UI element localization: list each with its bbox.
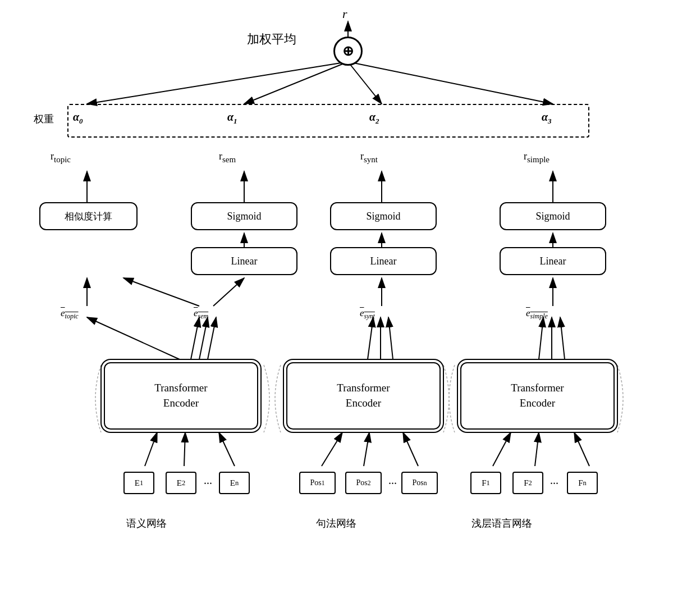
r-simple-label: rsimple <box>524 150 550 165</box>
network2-label: 句法网络 <box>316 517 356 530</box>
svg-line-30 <box>184 432 185 466</box>
network3-label: 浅层语言网络 <box>471 517 532 530</box>
transformer2-box: Transformer Encoder <box>286 362 441 430</box>
r-synt-label: rsynt <box>360 150 378 165</box>
weighted-sum-node: ⊕ <box>333 36 363 66</box>
svg-line-29 <box>145 432 157 466</box>
svg-line-23 <box>368 317 373 359</box>
dots1: ··· <box>204 477 212 490</box>
svg-line-4 <box>244 62 348 104</box>
alpha1-label: α1 <box>227 111 237 126</box>
svg-line-28 <box>560 317 565 359</box>
input-pos1: Pos1 <box>299 472 336 494</box>
weighted-avg-label: 加权平均 <box>247 31 296 48</box>
svg-line-3 <box>87 62 348 104</box>
input-en: En <box>219 472 250 494</box>
svg-line-21 <box>199 317 208 359</box>
input-e1: E1 <box>123 472 154 494</box>
svg-line-25 <box>388 317 393 359</box>
sigmoid2-box: Sigmoid <box>330 202 437 230</box>
input-fn: Fn <box>567 472 598 494</box>
e-sem-label: esem <box>194 308 208 321</box>
svg-line-22 <box>208 317 216 359</box>
svg-line-36 <box>535 432 539 466</box>
e-topic-label: etopic <box>61 308 79 321</box>
r-topic-label: rtopic <box>51 150 71 165</box>
e-simple-label: esimple <box>526 308 548 321</box>
input-posn: Posn <box>401 472 438 494</box>
dots2: ··· <box>388 477 397 490</box>
alpha3-label: α3 <box>542 111 552 126</box>
svg-line-37 <box>574 432 589 466</box>
svg-line-19 <box>87 317 180 359</box>
network1-label: 语义网络 <box>126 517 167 530</box>
transformer1-box: Transformer Encoder <box>104 362 258 430</box>
svg-line-20 <box>191 317 199 359</box>
similarity-box: 相似度计算 <box>39 202 138 230</box>
input-f2: F2 <box>512 472 543 494</box>
svg-line-14 <box>123 278 199 306</box>
r-sem-label: rsem <box>219 150 236 165</box>
svg-line-15 <box>213 278 244 306</box>
transformer3-box: Transformer Encoder <box>460 362 615 430</box>
alpha2-label: α2 <box>369 111 379 126</box>
svg-line-6 <box>348 62 553 104</box>
svg-line-33 <box>364 432 369 466</box>
linear1-box: Linear <box>191 247 297 275</box>
sigmoid3-box: Sigmoid <box>500 202 606 230</box>
input-pos2: Pos2 <box>345 472 382 494</box>
svg-line-32 <box>322 432 342 466</box>
input-e2: E2 <box>166 472 196 494</box>
weights-label: 权重 <box>34 112 54 126</box>
svg-line-26 <box>539 317 543 359</box>
input-f1: F1 <box>470 472 501 494</box>
svg-line-31 <box>219 432 235 466</box>
weights-dashed-box <box>67 104 589 138</box>
dots3: ··· <box>550 477 558 490</box>
linear2-box: Linear <box>330 247 437 275</box>
e-synt-label: esynt <box>360 308 375 321</box>
sigmoid1-box: Sigmoid <box>191 202 297 230</box>
r-label: r <box>342 7 347 21</box>
linear3-box: Linear <box>500 247 606 275</box>
diagram: r ⊕ 加权平均 权重 α0 α1 α2 α3 rtopic rsem rsyn… <box>0 0 696 616</box>
svg-line-34 <box>403 432 418 466</box>
alpha0-label: α0 <box>73 111 83 126</box>
svg-line-35 <box>493 432 511 466</box>
